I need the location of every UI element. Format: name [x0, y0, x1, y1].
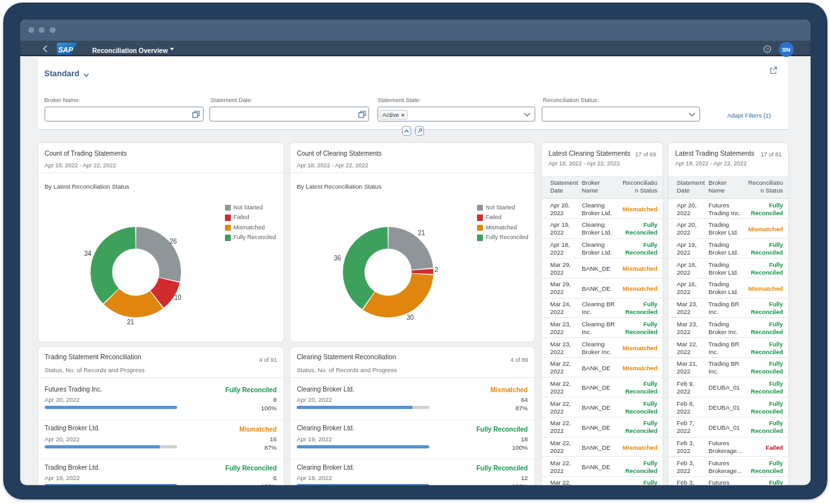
svg-text:?: ? — [766, 46, 769, 52]
